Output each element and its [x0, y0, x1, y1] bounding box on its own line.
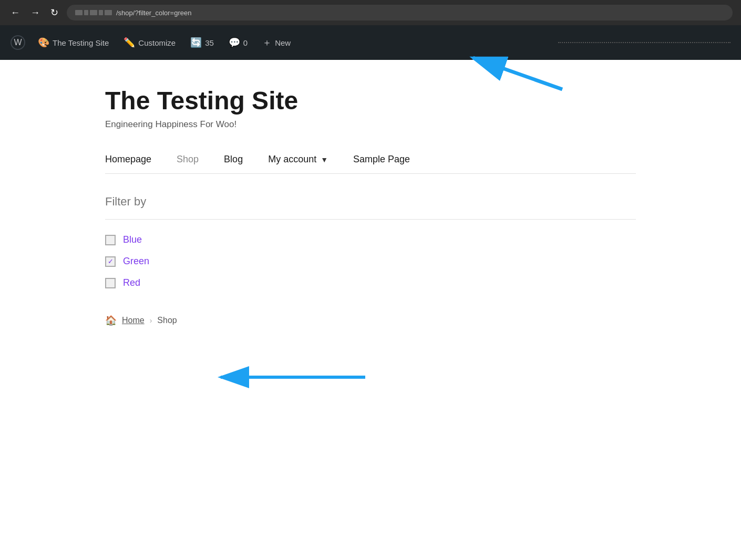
nav-item-shop[interactable]: Shop	[177, 154, 199, 165]
refresh-button[interactable]: ↻	[48, 5, 60, 20]
myaccount-dropdown-arrow[interactable]: ▼	[321, 155, 328, 164]
filter-option-red[interactable]: Red	[105, 277, 636, 288]
comments-count: 0	[243, 38, 248, 47]
checkbox-blue[interactable]	[105, 235, 116, 245]
nav-link-myaccount[interactable]: My account	[268, 154, 316, 165]
breadcrumb-current: Shop	[157, 316, 177, 325]
favicon-block-4	[99, 10, 103, 15]
favicon-block-2	[84, 10, 88, 15]
admin-bar-dotted-line	[558, 42, 730, 43]
nav-link-homepage[interactable]: Homepage	[105, 154, 151, 164]
site-title: The Testing Site	[105, 86, 636, 115]
nav-link-sample[interactable]: Sample Page	[353, 154, 410, 164]
updates-count: 35	[205, 38, 214, 47]
favicon-block-5	[105, 10, 112, 15]
nav-item-sample[interactable]: Sample Page	[353, 154, 410, 165]
admin-bar-customize[interactable]: ✏️ Customize	[117, 33, 182, 53]
nav-link-shop[interactable]: Shop	[177, 154, 199, 164]
nav-item-blog[interactable]: Blog	[224, 154, 243, 165]
favicon-block-1	[75, 10, 83, 15]
wp-logo-button[interactable]: W	[11, 35, 25, 50]
nav-link-blog[interactable]: Blog	[224, 154, 243, 164]
checkmark-icon: ✓	[108, 257, 114, 265]
admin-bar-updates[interactable]: 🔄 35	[184, 33, 220, 53]
new-icon: ＋	[262, 36, 272, 49]
breadcrumb-separator: ›	[150, 316, 152, 325]
filter-option-green[interactable]: ✓ Green	[105, 256, 636, 267]
browser-chrome: ← → ↻ /shop/?filter_color=green	[0, 0, 741, 25]
breadcrumb: 🏠 Home › Shop	[105, 315, 636, 326]
home-icon: 🏠	[105, 315, 117, 326]
paint-icon: 🎨	[38, 37, 49, 48]
site-tagline: Engineering Happiness For Woo!	[105, 119, 636, 130]
filter-label-blue: Blue	[123, 234, 142, 245]
wp-admin-bar: W 🎨 The Testing Site ✏️ Customize 🔄 35 💬…	[0, 25, 741, 60]
favicon	[75, 10, 112, 15]
back-button[interactable]: ←	[8, 5, 22, 20]
site-nav: Homepage Shop Blog My account ▼ Sample P…	[0, 146, 741, 173]
filter-heading: Filter by	[105, 195, 636, 209]
customize-label: Customize	[138, 38, 176, 47]
nav-myaccount-wrapper[interactable]: My account ▼	[268, 154, 328, 165]
site-header: The Testing Site Engineering Happiness F…	[0, 60, 741, 146]
updates-icon: 🔄	[190, 37, 202, 48]
address-bar[interactable]: /shop/?filter_color=green	[67, 5, 733, 20]
admin-bar-comments[interactable]: 💬 0	[222, 33, 254, 53]
filter-options: Blue ✓ Green Red	[105, 234, 636, 288]
favicon-block-3	[90, 10, 97, 15]
forward-button[interactable]: →	[28, 5, 42, 20]
url-text: /shop/?filter_color=green	[116, 9, 191, 17]
checkbox-red[interactable]	[105, 278, 116, 288]
customize-icon: ✏️	[124, 37, 135, 48]
comments-icon: 💬	[229, 37, 240, 48]
new-label: New	[275, 38, 291, 47]
filter-divider	[105, 219, 636, 220]
wp-logo-icon: W	[14, 38, 22, 47]
filter-option-blue[interactable]: Blue	[105, 234, 636, 245]
checkbox-green[interactable]: ✓	[105, 256, 116, 267]
site-name-label: The Testing Site	[53, 38, 109, 47]
filter-label-green: Green	[123, 256, 149, 267]
main-content: Filter by Blue ✓ Green Red 🏠 Home › Shop	[0, 174, 741, 347]
admin-bar-new[interactable]: ＋ New	[256, 32, 297, 53]
nav-item-homepage[interactable]: Homepage	[105, 154, 151, 165]
nav-item-myaccount[interactable]: My account ▼	[268, 154, 328, 165]
breadcrumb-home-link[interactable]: Home	[122, 316, 145, 325]
nav-menu: Homepage Shop Blog My account ▼ Sample P…	[105, 146, 636, 173]
filter-label-red: Red	[123, 277, 140, 288]
admin-bar-site-name[interactable]: 🎨 The Testing Site	[32, 33, 115, 53]
